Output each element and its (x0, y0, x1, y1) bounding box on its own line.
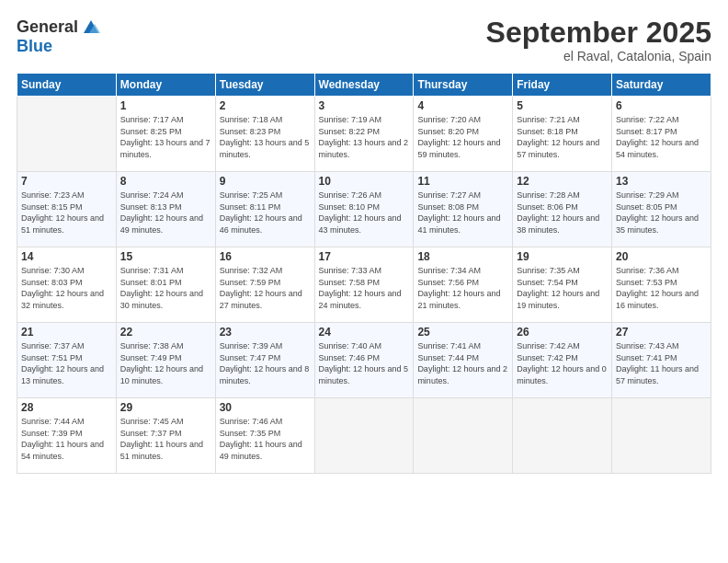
day-number: 11 (417, 175, 508, 188)
table-row: 29Sunrise: 7:45 AMSunset: 7:37 PMDayligh… (116, 398, 215, 474)
table-row (513, 398, 612, 474)
day-number: 2 (220, 99, 311, 112)
table-row: 18Sunrise: 7:34 AMSunset: 7:56 PMDayligh… (414, 247, 513, 323)
table-row: 22Sunrise: 7:38 AMSunset: 7:49 PMDayligh… (116, 323, 215, 398)
day-number: 13 (616, 175, 707, 188)
table-row: 11Sunrise: 7:27 AMSunset: 8:08 PMDayligh… (414, 172, 513, 247)
table-row: 26Sunrise: 7:42 AMSunset: 7:42 PMDayligh… (513, 323, 612, 398)
col-saturday: Saturday (612, 74, 711, 97)
day-info: Sunrise: 7:32 AMSunset: 7:59 PMDaylight:… (220, 265, 311, 311)
table-row: 2Sunrise: 7:18 AMSunset: 8:23 PMDaylight… (215, 97, 314, 172)
day-info: Sunrise: 7:40 AMSunset: 7:46 PMDaylight:… (319, 340, 410, 386)
day-number: 18 (417, 250, 508, 263)
day-info: Sunrise: 7:28 AMSunset: 8:06 PMDaylight:… (517, 190, 608, 236)
day-number: 21 (21, 326, 112, 339)
day-info: Sunrise: 7:26 AMSunset: 8:10 PMDaylight:… (319, 190, 410, 236)
day-number: 17 (319, 250, 410, 263)
day-number: 1 (120, 99, 211, 112)
day-info: Sunrise: 7:46 AMSunset: 7:35 PMDaylight:… (220, 416, 311, 462)
logo: General Blue (17, 17, 100, 56)
day-number: 20 (616, 250, 707, 263)
page-title: September 2025 (486, 17, 711, 49)
page-subtitle: el Raval, Catalonia, Spain (486, 49, 711, 63)
table-row: 8Sunrise: 7:24 AMSunset: 8:13 PMDaylight… (116, 172, 215, 247)
day-info: Sunrise: 7:22 AMSunset: 8:17 PMDaylight:… (616, 114, 707, 160)
table-row (612, 398, 711, 474)
day-info: Sunrise: 7:24 AMSunset: 8:13 PMDaylight:… (120, 190, 211, 236)
table-row: 30Sunrise: 7:46 AMSunset: 7:35 PMDayligh… (215, 398, 314, 474)
day-info: Sunrise: 7:25 AMSunset: 8:11 PMDaylight:… (220, 190, 311, 236)
day-info: Sunrise: 7:35 AMSunset: 7:54 PMDaylight:… (517, 265, 608, 311)
day-number: 28 (21, 401, 112, 414)
day-info: Sunrise: 7:18 AMSunset: 8:23 PMDaylight:… (220, 114, 311, 160)
day-info: Sunrise: 7:38 AMSunset: 7:49 PMDaylight:… (120, 340, 211, 386)
day-number: 8 (120, 175, 211, 188)
day-number: 5 (517, 99, 608, 112)
table-row: 16Sunrise: 7:32 AMSunset: 7:59 PMDayligh… (215, 247, 314, 323)
col-monday: Monday (116, 74, 215, 97)
table-row: 6Sunrise: 7:22 AMSunset: 8:17 PMDaylight… (612, 97, 711, 172)
day-info: Sunrise: 7:19 AMSunset: 8:22 PMDaylight:… (319, 114, 410, 160)
table-row (17, 97, 117, 172)
title-block: September 2025 el Raval, Catalonia, Spai… (486, 17, 711, 63)
day-number: 3 (319, 99, 410, 112)
table-row: 13Sunrise: 7:29 AMSunset: 8:05 PMDayligh… (612, 172, 711, 247)
table-row: 5Sunrise: 7:21 AMSunset: 8:18 PMDaylight… (513, 97, 612, 172)
day-info: Sunrise: 7:27 AMSunset: 8:08 PMDaylight:… (417, 190, 508, 236)
day-number: 7 (21, 175, 112, 188)
table-row: 10Sunrise: 7:26 AMSunset: 8:10 PMDayligh… (314, 172, 414, 247)
day-number: 15 (120, 250, 211, 263)
table-row: 15Sunrise: 7:31 AMSunset: 8:01 PMDayligh… (116, 247, 215, 323)
table-row: 7Sunrise: 7:23 AMSunset: 8:15 PMDaylight… (17, 172, 117, 247)
table-row (414, 398, 513, 474)
col-thursday: Thursday (414, 74, 513, 97)
day-number: 6 (616, 99, 707, 112)
day-info: Sunrise: 7:44 AMSunset: 7:39 PMDaylight:… (21, 416, 112, 462)
day-info: Sunrise: 7:39 AMSunset: 7:47 PMDaylight:… (220, 340, 311, 386)
day-number: 12 (517, 175, 608, 188)
header: General Blue September 2025 el Raval, Ca… (17, 17, 711, 63)
day-info: Sunrise: 7:33 AMSunset: 7:58 PMDaylight:… (319, 265, 410, 311)
table-row: 23Sunrise: 7:39 AMSunset: 7:47 PMDayligh… (215, 323, 314, 398)
logo-general-text: General (17, 17, 78, 37)
day-number: 23 (220, 326, 311, 339)
table-row: 27Sunrise: 7:43 AMSunset: 7:41 PMDayligh… (612, 323, 711, 398)
day-number: 29 (120, 401, 211, 414)
day-info: Sunrise: 7:43 AMSunset: 7:41 PMDaylight:… (616, 340, 707, 386)
col-wednesday: Wednesday (314, 74, 414, 97)
col-tuesday: Tuesday (215, 74, 314, 97)
table-row (314, 398, 414, 474)
day-number: 26 (517, 326, 608, 339)
table-row: 3Sunrise: 7:19 AMSunset: 8:22 PMDaylight… (314, 97, 414, 172)
day-info: Sunrise: 7:42 AMSunset: 7:42 PMDaylight:… (517, 340, 608, 386)
day-info: Sunrise: 7:30 AMSunset: 8:03 PMDaylight:… (21, 265, 112, 311)
day-info: Sunrise: 7:31 AMSunset: 8:01 PMDaylight:… (120, 265, 211, 311)
table-row: 4Sunrise: 7:20 AMSunset: 8:20 PMDaylight… (414, 97, 513, 172)
table-row: 19Sunrise: 7:35 AMSunset: 7:54 PMDayligh… (513, 247, 612, 323)
day-number: 30 (220, 401, 311, 414)
day-info: Sunrise: 7:20 AMSunset: 8:20 PMDaylight:… (417, 114, 508, 160)
day-number: 9 (220, 175, 311, 188)
logo-blue-text: Blue (17, 37, 100, 56)
day-number: 14 (21, 250, 112, 263)
day-number: 4 (417, 99, 508, 112)
day-number: 25 (417, 326, 508, 339)
day-info: Sunrise: 7:17 AMSunset: 8:25 PMDaylight:… (120, 114, 211, 160)
calendar: Sunday Monday Tuesday Wednesday Thursday… (17, 73, 711, 474)
day-info: Sunrise: 7:45 AMSunset: 7:37 PMDaylight:… (120, 416, 211, 462)
day-number: 24 (319, 326, 410, 339)
col-friday: Friday (513, 74, 612, 97)
day-info: Sunrise: 7:36 AMSunset: 7:53 PMDaylight:… (616, 265, 707, 311)
table-row: 9Sunrise: 7:25 AMSunset: 8:11 PMDaylight… (215, 172, 314, 247)
table-row: 24Sunrise: 7:40 AMSunset: 7:46 PMDayligh… (314, 323, 414, 398)
day-info: Sunrise: 7:37 AMSunset: 7:51 PMDaylight:… (21, 340, 112, 386)
day-number: 22 (120, 326, 211, 339)
day-info: Sunrise: 7:21 AMSunset: 8:18 PMDaylight:… (517, 114, 608, 160)
table-row: 28Sunrise: 7:44 AMSunset: 7:39 PMDayligh… (17, 398, 117, 474)
day-number: 19 (517, 250, 608, 263)
table-row: 20Sunrise: 7:36 AMSunset: 7:53 PMDayligh… (612, 247, 711, 323)
table-row: 1Sunrise: 7:17 AMSunset: 8:25 PMDaylight… (116, 97, 215, 172)
col-sunday: Sunday (17, 74, 117, 97)
table-row: 14Sunrise: 7:30 AMSunset: 8:03 PMDayligh… (17, 247, 117, 323)
day-info: Sunrise: 7:23 AMSunset: 8:15 PMDaylight:… (21, 190, 112, 236)
